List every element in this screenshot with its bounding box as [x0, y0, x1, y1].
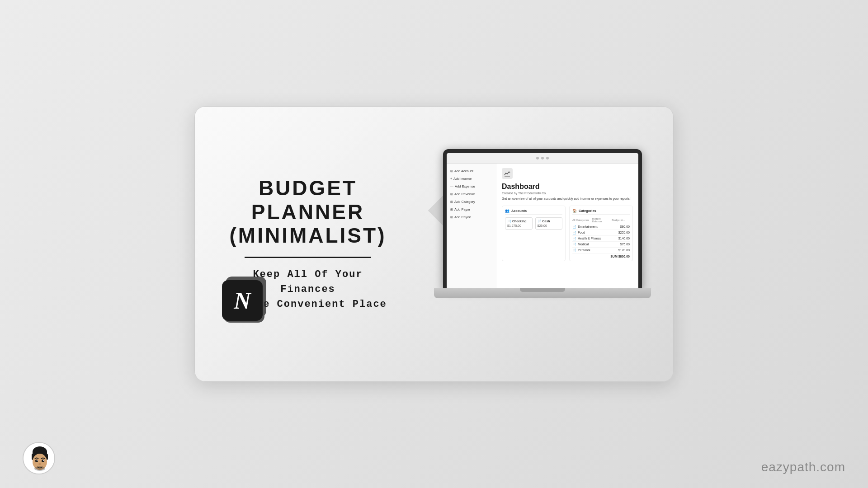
- screen-topbar: [447, 153, 638, 164]
- doc-icon: 📄: [507, 220, 511, 223]
- main-title: BUDGET PLANNER (MINIMALIST): [222, 176, 394, 248]
- cat-medical-amount: $75.00: [612, 243, 630, 246]
- account-card-cash: 📄 Cash $25.00: [535, 217, 563, 230]
- outer-wrapper: BUDGET PLANNER (MINIMALIST) Keep All Of …: [0, 0, 868, 488]
- add-payor-icon: ⊞: [450, 208, 453, 211]
- laptop-screen: ⊞ Add Account + Add Income — Add Expense: [443, 149, 642, 289]
- title-line2: (MINIMALIST): [230, 224, 387, 247]
- cat-row-food: 📄 Food $255.00: [572, 230, 630, 236]
- sidebar-item-add-income[interactable]: + Add Income: [447, 175, 496, 183]
- accounts-panel-header: 👥 Accounts: [505, 209, 562, 215]
- cash-value: $25.00: [538, 224, 561, 227]
- checking-name: 📄 Checking: [507, 220, 530, 223]
- title-divider: [245, 257, 371, 258]
- sidebar-item-add-payee[interactable]: ⊞ Add Payee: [447, 213, 496, 221]
- doc-icon-2: 📄: [538, 220, 542, 223]
- svg-point-9: [37, 460, 38, 461]
- cat-entertainment-name: 📄 Entertainment: [572, 225, 612, 229]
- cat-medical-name: 📄 Medical: [572, 243, 612, 246]
- laptop-base-notch: [520, 288, 565, 292]
- add-expense-icon: —: [450, 185, 453, 188]
- notion-n-letter: N: [234, 287, 251, 314]
- website-url: eazypath.com: [761, 460, 845, 474]
- accounts-header-icon: 👥: [505, 209, 509, 213]
- cat-health-name: 📄 Health & Fitness: [572, 237, 612, 240]
- sidebar-item-add-account[interactable]: ⊞ Add Account: [447, 167, 496, 175]
- sidebar-item-label: Add Expense: [455, 184, 475, 188]
- cat-personal-name: 📄 Personal: [572, 249, 612, 252]
- dashboard-sidebar: ⊞ Add Account + Add Income — Add Expense: [447, 164, 496, 289]
- checking-value: $1,275.00: [507, 224, 530, 227]
- cash-name: 📄 Cash: [538, 220, 561, 223]
- account-row: 📄 Checking $1,275.00 📄: [505, 217, 562, 230]
- sidebar-item-add-category[interactable]: ⊞ Add Category: [447, 198, 496, 206]
- col-all-categories: All Categories: [572, 217, 590, 223]
- categories-total-row: SUM $800.00: [572, 253, 630, 258]
- cat-row-entertainment: 📄 Entertainment $80.00: [572, 224, 630, 230]
- laptop-wrapper: ⊞ Add Account + Add Income — Add Expense: [434, 149, 651, 339]
- avatar: [23, 442, 55, 474]
- add-income-icon: +: [450, 177, 452, 180]
- categories-header-label: Categories: [579, 209, 596, 213]
- topbar-dot-3: [546, 157, 549, 160]
- sidebar-item-add-revenue[interactable]: ⊞ Add Revenue: [447, 190, 496, 198]
- doc-icon-6: 📄: [572, 243, 576, 246]
- subtitle-line1: Keep All Of Your Finances: [253, 269, 363, 295]
- cat-row-medical: 📄 Medical $75.00: [572, 242, 630, 248]
- cat-food-name: 📄 Food: [572, 231, 612, 235]
- col-budget-a: Budget A...: [612, 217, 630, 223]
- title-line1: BUDGET PLANNER: [251, 176, 364, 224]
- sidebar-item-add-expense[interactable]: — Add Expense: [447, 183, 496, 190]
- cat-row-personal: 📄 Personal $120.00: [572, 248, 630, 253]
- add-revenue-icon: ⊞: [450, 192, 453, 196]
- svg-point-7: [35, 460, 38, 462]
- svg-point-11: [38, 463, 41, 465]
- dashboard-panels: 👥 Accounts 📄 Checking: [502, 206, 633, 261]
- dashboard-content: ⊞ Add Account + Add Income — Add Expense: [447, 164, 638, 289]
- cat-food-amount: $255.00: [612, 231, 630, 234]
- dashboard-main: Dashboard Created by The Productivity Co…: [496, 164, 638, 289]
- cat-entertainment-amount: $80.00: [612, 225, 630, 228]
- categories-panel-header: 🏠 Categories: [572, 209, 630, 215]
- account-card-checking: 📄 Checking $1,275.00: [505, 217, 533, 230]
- sidebar-item-add-payor[interactable]: ⊞ Add Payor: [447, 206, 496, 213]
- chart-trend-icon: [504, 170, 510, 177]
- sidebar-item-label: Add Income: [453, 177, 472, 181]
- accounts-panel: 👥 Accounts 📄 Checking: [502, 206, 566, 261]
- categories-total: SUM $800.00: [610, 255, 630, 258]
- cat-health-amount: $140.00: [612, 237, 630, 240]
- main-card: BUDGET PLANNER (MINIMALIST) Keep All Of …: [194, 106, 674, 382]
- add-payee-icon: ⊞: [450, 216, 453, 219]
- svg-point-10: [43, 460, 44, 461]
- categories-header-icon: 🏠: [572, 209, 577, 213]
- sidebar-item-label: Add Category: [454, 200, 475, 204]
- sidebar-item-label: Add Account: [454, 169, 473, 173]
- topbar-dot-2: [541, 157, 544, 160]
- laptop-screen-inner: ⊞ Add Account + Add Income — Add Expense: [447, 153, 638, 289]
- avatar-face-svg: [24, 443, 55, 474]
- notion-logo: N: [222, 280, 263, 321]
- doc-icon-7: 📄: [572, 249, 576, 252]
- cat-personal-amount: $120.00: [612, 249, 630, 252]
- dashboard-logo: [502, 168, 513, 179]
- laptop-base: [434, 288, 651, 298]
- sidebar-item-label: Add Payee: [454, 215, 471, 219]
- col-budget-balance: Budget Balance: [592, 217, 610, 223]
- add-category-icon: ⊞: [450, 200, 453, 204]
- bottom-right-area: eazypath.com: [761, 460, 845, 474]
- bottom-left-area: [23, 442, 55, 474]
- dashboard-title: Dashboard: [502, 183, 633, 191]
- right-content-area: ⊞ Add Account + Add Income — Add Expense: [412, 149, 673, 339]
- sidebar-item-label: Add Payor: [454, 207, 470, 211]
- notion-cube: N: [222, 280, 263, 321]
- add-account-icon: ⊞: [450, 169, 453, 173]
- svg-point-8: [42, 460, 44, 462]
- cat-row-health: 📄 Health & Fitness $140.00: [572, 236, 630, 242]
- sidebar-item-label: Add Revenue: [454, 192, 475, 196]
- svg-point-12: [34, 466, 45, 471]
- dashboard-description: Get an overview of all of your accounts …: [502, 197, 633, 201]
- left-content-area: BUDGET PLANNER (MINIMALIST) Keep All Of …: [195, 149, 412, 339]
- categories-columns: All Categories Budget Balance Budget A..…: [572, 217, 630, 223]
- doc-icon-3: 📄: [572, 225, 576, 229]
- accounts-header-label: Accounts: [511, 209, 527, 213]
